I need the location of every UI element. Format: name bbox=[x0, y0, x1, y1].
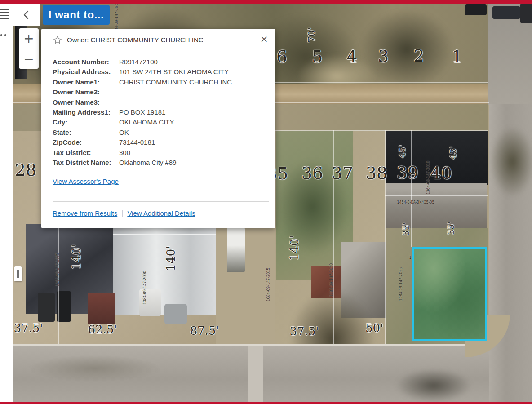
map-texture-patch bbox=[490, 126, 532, 198]
chevron-left-icon bbox=[21, 9, 32, 21]
map-annotation-label: 28 bbox=[15, 160, 36, 180]
map-annotation-label: 140' bbox=[164, 246, 177, 271]
parcel-boundary-line bbox=[385, 130, 386, 344]
map-annotation-label: 140' bbox=[288, 235, 301, 261]
map-texture-patch bbox=[27, 355, 162, 382]
map-annotation-label: 37.5' bbox=[13, 321, 43, 335]
field-value: Oklahoma City #89 bbox=[119, 158, 177, 168]
map-texture-patch bbox=[38, 293, 55, 322]
parcel-id-label: 1454-8-EA-BK435-05 bbox=[397, 200, 434, 204]
parcel-boundary-line bbox=[488, 4, 488, 344]
selected-parcel-highlight[interactable] bbox=[412, 247, 487, 341]
map-annotation-label: 1 bbox=[452, 47, 462, 67]
field-label: Physical Address: bbox=[53, 67, 119, 77]
map-texture-patch bbox=[227, 227, 245, 272]
parcel-boundary-line bbox=[333, 130, 334, 344]
field-row: Account Number:R091472100 bbox=[53, 57, 269, 67]
field-row: Tax District:300 bbox=[53, 148, 269, 158]
map-annotation-label: 50' bbox=[365, 321, 383, 335]
map-annotation-label: 45' bbox=[448, 146, 458, 159]
map-texture-patch bbox=[88, 293, 115, 324]
map-annotation-label: 37 bbox=[332, 163, 353, 183]
map-annotation-label: 5 bbox=[312, 47, 323, 67]
map-annotation-label: 87.5' bbox=[190, 324, 219, 337]
field-label: Mailing Address1: bbox=[53, 107, 119, 117]
popup-title: Owner: CHRIST COMMUNITY CHURCH INC bbox=[67, 36, 259, 44]
drag-dots-icon bbox=[0, 33, 12, 37]
field-row: State:OK bbox=[53, 128, 269, 138]
map-annotation-label: 45' bbox=[397, 145, 407, 158]
parcel-id-label: 1084-09-147-2000 bbox=[143, 271, 147, 305]
top-accent-bar bbox=[0, 0, 532, 4]
field-label: ZipCode: bbox=[53, 138, 119, 147]
field-row: Tax District Name:Oklahoma City #89 bbox=[53, 158, 269, 168]
parcel-id-label: 1084-09-147-2015 bbox=[266, 268, 270, 302]
parcel-boundary-line bbox=[155, 228, 155, 344]
parcel-boundary-line bbox=[411, 130, 412, 247]
map-texture-patch bbox=[465, 4, 487, 15]
field-row: Owner Name1:CHRIST COMMUNITY CHURCH INC bbox=[53, 77, 269, 87]
field-value: OK bbox=[119, 128, 129, 138]
field-label: Tax District Name: bbox=[53, 158, 119, 168]
map-annotation-label: 140' bbox=[70, 244, 83, 270]
header-divider bbox=[0, 26, 40, 26]
map-annotation-label: 62.5' bbox=[88, 323, 117, 336]
field-label: Owner Name1: bbox=[53, 77, 119, 87]
parcel-id-label: 1084-09-147-2040 bbox=[329, 263, 333, 297]
favorite-star-icon[interactable] bbox=[53, 35, 62, 45]
map-annotation-label: 37.5' bbox=[289, 324, 319, 338]
parcel-boundary-line bbox=[385, 195, 488, 196]
remove-from-results-link[interactable]: Remove from Results bbox=[53, 209, 117, 217]
field-value: CHRIST COMMUNITY CHURCH INC bbox=[119, 77, 232, 87]
popup-divider bbox=[53, 201, 269, 202]
close-button[interactable]: × bbox=[259, 35, 269, 43]
field-row: City:OKLAHOMA CITY bbox=[53, 117, 269, 127]
map-annotation-label: 36 bbox=[301, 163, 323, 183]
field-row: Physical Address:101 SW 24TH ST OKLAHOMA… bbox=[53, 67, 269, 77]
map-annotation-label: 3 bbox=[378, 46, 389, 66]
field-value: 300 bbox=[119, 148, 130, 158]
field-label: Tax District: bbox=[53, 148, 119, 158]
back-button[interactable] bbox=[13, 4, 40, 26]
map-annotation-label: 2 bbox=[413, 46, 424, 66]
field-label: State: bbox=[53, 128, 119, 138]
parcel-id-label: 1084-09-147-1985 bbox=[56, 253, 60, 287]
field-value: PO BOX 19181 bbox=[119, 107, 165, 117]
field-label: Owner Name3: bbox=[53, 98, 119, 107]
field-label: Owner Name2: bbox=[53, 87, 119, 97]
parcel-id-label: 1084-09-147-2065 bbox=[399, 267, 403, 301]
link-separator: | bbox=[121, 209, 123, 217]
map-annotation-label: 6 bbox=[276, 47, 287, 67]
field-value: 73144-0181 bbox=[119, 138, 155, 147]
zoom-in-button[interactable]: + bbox=[19, 28, 39, 49]
field-label: City: bbox=[53, 117, 119, 127]
map-texture-patch bbox=[248, 346, 263, 403]
zoom-control: + − bbox=[19, 28, 39, 69]
parcel-info-popup: Owner: CHRIST COMMUNITY CHURCH INC × Acc… bbox=[41, 29, 275, 228]
view-additional-details-link[interactable]: View Additional Details bbox=[127, 209, 195, 217]
map-texture-patch bbox=[395, 368, 472, 403]
zoom-out-button[interactable]: − bbox=[19, 49, 39, 69]
map-texture-patch bbox=[520, 4, 532, 23]
left-sidebar-rail bbox=[0, 4, 13, 402]
popup-fields: Account Number:R091472100Physical Addres… bbox=[53, 57, 269, 168]
parcel-boundary-line bbox=[279, 16, 488, 16]
view-assessors-page-link[interactable]: View Assessor's Page bbox=[53, 178, 119, 185]
map-annotation-label: 4 bbox=[346, 47, 357, 67]
map-annotation-label: 38 bbox=[366, 163, 387, 183]
panel-expand-handle[interactable] bbox=[14, 266, 22, 281]
field-row: Mailing Address1:PO BOX 19181 bbox=[53, 107, 269, 117]
menu-button[interactable] bbox=[0, 7, 12, 21]
field-label: Account Number: bbox=[53, 57, 119, 67]
map-texture-patch bbox=[13, 344, 489, 346]
popup-header: Owner: CHRIST COMMUNITY CHURCH INC × bbox=[53, 35, 269, 45]
parcel-boundary-line bbox=[275, 130, 488, 131]
bottom-accent-bar bbox=[0, 402, 532, 404]
field-row: Owner Name2: bbox=[53, 87, 269, 97]
i-want-to-button[interactable]: I want to... bbox=[43, 5, 110, 25]
field-value: 101 SW 24TH ST OKLAHOMA CITY bbox=[119, 67, 229, 77]
field-row: Owner Name3: bbox=[53, 98, 269, 107]
map-annotation-label: 70' bbox=[306, 27, 317, 43]
map-annotation-label: 39 bbox=[397, 163, 418, 182]
parcel-id-label: 1364-08-147-2010 bbox=[426, 161, 430, 195]
